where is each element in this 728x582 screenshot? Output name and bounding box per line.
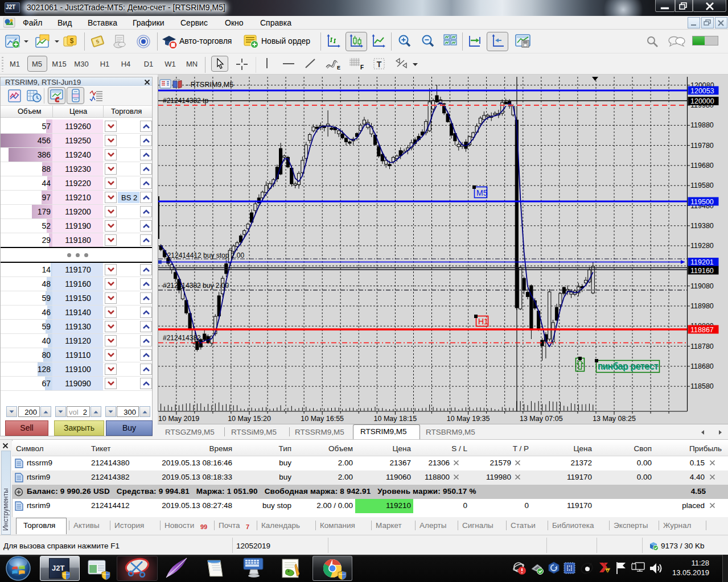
svg-text:119080: 119080 — [690, 282, 714, 290]
svg-text:120000: 120000 — [690, 97, 714, 105]
svg-text:118780: 118780 — [690, 342, 714, 350]
svg-text:#212414382 sl: #212414382 sl — [163, 334, 208, 342]
svg-text:10 May 15:20: 10 May 15:20 — [228, 415, 271, 423]
svg-text:M5: M5 — [476, 188, 488, 197]
svg-text:119680: 119680 — [690, 162, 714, 170]
svg-text:118867: 118867 — [690, 326, 714, 334]
svg-text:119780: 119780 — [690, 142, 714, 150]
svg-text:#212414382 tp: #212414382 tp — [163, 97, 208, 105]
svg-text:F: F — [360, 64, 364, 71]
svg-text:- RTSRIM9,M5: - RTSRIM9,M5 — [186, 81, 233, 89]
svg-text:#212414382 buy 2.00: #212414382 buy 2.00 — [163, 282, 229, 290]
svg-text:119201: 119201 — [690, 258, 714, 266]
svg-text:119500: 119500 — [690, 198, 714, 206]
svg-text:T: T — [377, 60, 382, 69]
svg-text:119280: 119280 — [690, 242, 714, 250]
svg-text:119880: 119880 — [690, 121, 714, 129]
svg-text:119380: 119380 — [690, 222, 714, 230]
svg-text:118580: 118580 — [690, 382, 714, 390]
svg-text:120053: 120053 — [690, 87, 714, 95]
svg-text:$: $ — [70, 37, 74, 45]
svg-text:118980: 118980 — [690, 302, 714, 310]
svg-text:H1: H1 — [478, 317, 488, 326]
svg-text:118680: 118680 — [690, 362, 714, 370]
svg-text:10 May 16:55: 10 May 16:55 — [301, 415, 344, 423]
svg-text:13 May 08:25: 13 May 08:25 — [593, 415, 636, 423]
svg-text:10 May 2019: 10 May 2019 — [158, 415, 199, 423]
svg-text:#212414412 buy stop 2.00: #212414412 buy stop 2.00 — [163, 251, 244, 259]
svg-text:E: E — [337, 65, 340, 71]
svg-text:пинбар ретест: пинбар ретест — [598, 361, 659, 371]
svg-text:10 May 18:15: 10 May 18:15 — [374, 415, 417, 423]
svg-text:119160: 119160 — [690, 267, 714, 275]
svg-text:13 May 07:05: 13 May 07:05 — [520, 415, 563, 423]
svg-text:119580: 119580 — [690, 181, 714, 189]
svg-text:10 May 19:35: 10 May 19:35 — [447, 415, 490, 423]
